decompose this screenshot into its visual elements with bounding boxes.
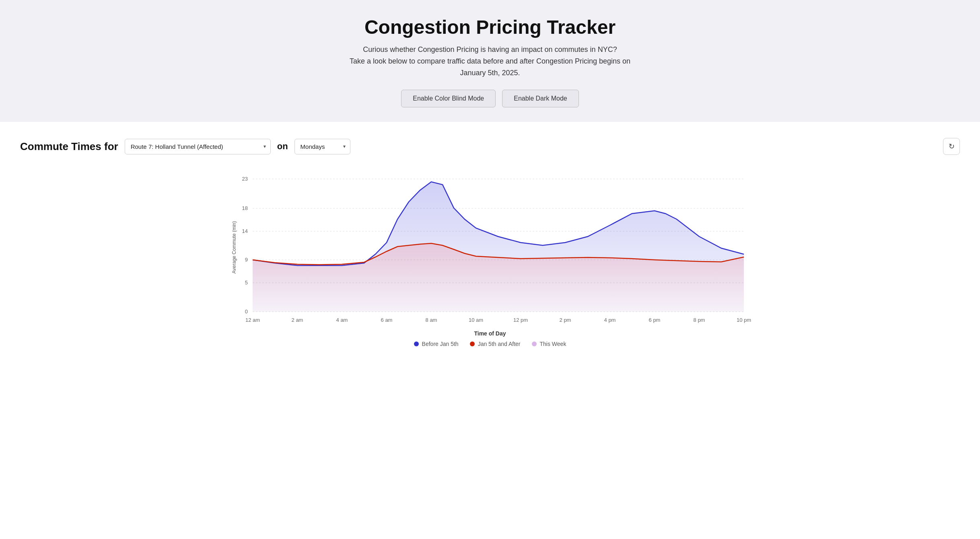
page-title: Congestion Pricing Tracker	[8, 16, 972, 38]
legend-label-before: Before Jan 5th	[422, 341, 459, 347]
x-tick-2am: 2 am	[292, 317, 303, 323]
y-tick-9: 9	[245, 257, 248, 263]
legend-label-this-week: This Week	[540, 341, 566, 347]
color-blind-mode-button[interactable]: Enable Color Blind Mode	[401, 90, 496, 107]
chart-section: Commute Times for Route 7: Holland Tunne…	[0, 122, 980, 359]
legend-item-before: Before Jan 5th	[414, 341, 459, 347]
chart-title: Commute Times for	[20, 140, 118, 153]
legend-dot-before	[414, 342, 419, 346]
x-tick-6am: 6 am	[381, 317, 393, 323]
y-tick-23: 23	[242, 176, 248, 182]
x-tick-12am: 12 am	[245, 317, 260, 323]
route-select-wrapper: Route 7: Holland Tunnel (Affected)Route …	[125, 139, 271, 154]
dark-mode-button[interactable]: Enable Dark Mode	[502, 90, 579, 107]
legend-dot-this-week	[532, 342, 537, 346]
route-select[interactable]: Route 7: Holland Tunnel (Affected)Route …	[125, 139, 271, 154]
chart-legend: Before Jan 5th Jan 5th and After This We…	[20, 341, 960, 347]
x-tick-2pm: 2 pm	[560, 317, 571, 323]
day-select[interactable]: MondaysTuesdaysWednesdaysThursdaysFriday…	[294, 139, 350, 154]
legend-item-after: Jan 5th and After	[470, 341, 521, 347]
mode-buttons: Enable Color Blind Mode Enable Dark Mode	[8, 90, 972, 107]
day-select-wrapper: MondaysTuesdaysWednesdaysThursdaysFriday…	[294, 139, 350, 154]
y-tick-0: 0	[245, 309, 248, 315]
header-section: Congestion Pricing Tracker Curious wheth…	[0, 0, 980, 122]
legend-item-this-week: This Week	[532, 341, 566, 347]
subtitle: Curious whether Congestion Pricing is ha…	[337, 44, 643, 78]
chart-container: Average Commute (min) 0 5 9 14 18 23 12 …	[20, 167, 960, 328]
y-tick-14: 14	[242, 228, 248, 234]
refresh-icon: ↻	[949, 142, 955, 151]
legend-dot-after	[470, 342, 475, 346]
x-tick-12pm: 12 pm	[513, 317, 528, 323]
x-tick-8am: 8 am	[426, 317, 437, 323]
y-tick-18: 18	[242, 205, 248, 211]
x-tick-8pm: 8 pm	[694, 317, 705, 323]
x-tick-10pm: 10 pm	[737, 317, 751, 323]
x-tick-6pm: 6 pm	[649, 317, 661, 323]
x-tick-4pm: 4 pm	[604, 317, 616, 323]
y-tick-5: 5	[245, 280, 248, 286]
chart-svg: Average Commute (min) 0 5 9 14 18 23 12 …	[20, 167, 960, 328]
legend-label-after: Jan 5th and After	[478, 341, 521, 347]
refresh-button[interactable]: ↻	[943, 138, 960, 155]
x-tick-4am: 4 am	[336, 317, 348, 323]
x-tick-10am: 10 am	[469, 317, 483, 323]
chart-header: Commute Times for Route 7: Holland Tunne…	[20, 138, 960, 155]
x-axis-label: Time of Day	[20, 330, 960, 337]
y-axis-label: Average Commute (min)	[231, 221, 237, 274]
on-label: on	[277, 141, 288, 152]
